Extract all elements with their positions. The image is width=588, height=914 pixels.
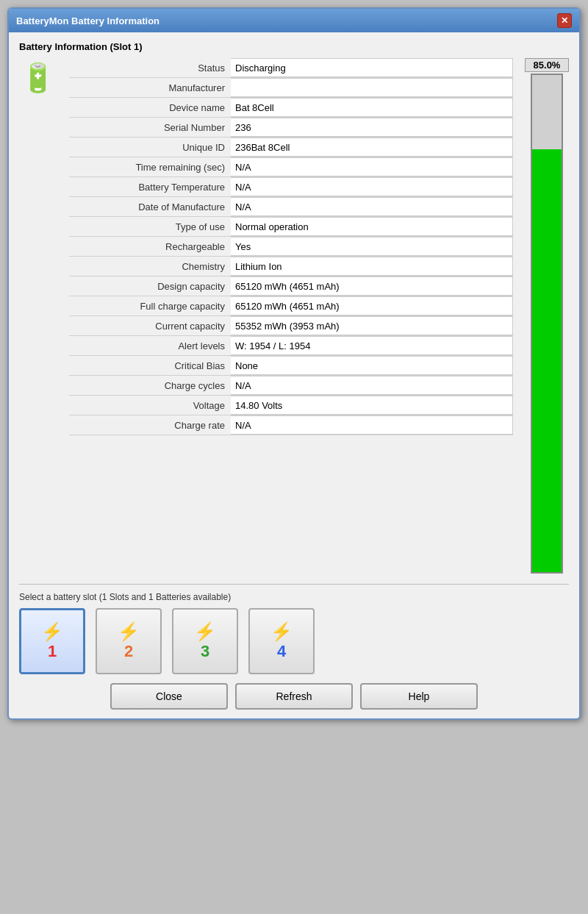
field-label: Full charge capacity <box>69 296 231 315</box>
field-value: 236Bat 8Cell <box>231 138 513 157</box>
field-value: W: 1954 / L: 1954 <box>231 336 513 355</box>
field-row: Design capacity65120 mWh (4651 mAh) <box>69 276 513 296</box>
field-value: Discharging <box>231 58 513 77</box>
field-value <box>231 78 513 97</box>
slot-button-3[interactable]: ⚡ 3 <box>172 608 238 674</box>
field-label: Voltage <box>69 396 231 415</box>
field-value: Bat 8Cell <box>231 98 513 117</box>
field-row: Unique ID236Bat 8Cell <box>69 138 513 157</box>
field-value: N/A <box>231 197 513 216</box>
field-value: 236 <box>231 118 513 137</box>
field-value: 14.80 Volts <box>231 396 513 415</box>
field-row: Full charge capacity65120 mWh (4651 mAh) <box>69 296 513 316</box>
field-label: Alert levels <box>69 336 231 355</box>
battery-icon-area: 🔋 <box>19 58 63 96</box>
field-value: 55352 mWh (3953 mAh) <box>231 316 513 335</box>
field-row: Critical BiasNone <box>69 356 513 376</box>
help-button[interactable]: Help <box>360 683 478 710</box>
field-row: Battery TemperatureN/A <box>69 177 513 197</box>
field-row: Device nameBat 8Cell <box>69 98 513 118</box>
field-row: RechargeableYes <box>69 237 513 257</box>
window-close-button[interactable]: ✕ <box>557 13 572 28</box>
battery-icon: 🔋 <box>19 60 56 96</box>
field-value: N/A <box>231 177 513 196</box>
field-row: Type of useNormal operation <box>69 217 513 237</box>
field-label: Serial Number <box>69 118 231 137</box>
field-value: Normal operation <box>231 217 513 236</box>
field-value: 65120 mWh (4651 mAh) <box>231 276 513 296</box>
field-row: StatusDischarging <box>69 58 513 78</box>
field-row: Manufacturer <box>69 78 513 98</box>
slot-buttons: ⚡ 1 ⚡ 2 ⚡ 3 ⚡ 4 <box>19 608 569 674</box>
field-label: Battery Temperature <box>69 177 231 196</box>
field-row: Current capacity55352 mWh (3953 mAh) <box>69 316 513 336</box>
field-label: Type of use <box>69 217 231 236</box>
field-value: N/A <box>231 157 513 176</box>
field-value: N/A <box>231 376 513 395</box>
content-area: Battery Information (Slot 1) 🔋 StatusDis… <box>9 32 579 718</box>
fields-area: StatusDischargingManufacturerDevice name… <box>69 58 513 435</box>
field-value: 65120 mWh (4651 mAh) <box>231 296 513 315</box>
field-label: Device name <box>69 98 231 117</box>
window-title: BatteryMon Battery Information <box>16 15 159 26</box>
field-label: Charge rate <box>69 415 231 435</box>
action-buttons: Close Refresh Help <box>19 683 569 710</box>
field-row: Alert levelsW: 1954 / L: 1954 <box>69 336 513 356</box>
field-label: Manufacturer <box>69 78 231 97</box>
slot-button-4[interactable]: ⚡ 4 <box>248 608 315 674</box>
field-row: ChemistryLithium Ion <box>69 257 513 276</box>
field-label: Charge cycles <box>69 376 231 395</box>
field-value: Yes <box>231 237 513 256</box>
gauge-bar-outer <box>531 74 563 574</box>
slot-button-2[interactable]: ⚡ 2 <box>96 608 162 674</box>
field-label: Chemistry <box>69 257 231 276</box>
slot-label: Select a battery slot (1 Slots and 1 Bat… <box>19 592 569 602</box>
gauge-percent: 85.0% <box>525 58 569 72</box>
section-title: Battery Information (Slot 1) <box>19 41 569 52</box>
field-label: Critical Bias <box>69 356 231 375</box>
gauge-bar-fill <box>532 149 562 572</box>
field-label: Date of Manufacture <box>69 197 231 216</box>
field-row: Voltage14.80 Volts <box>69 396 513 415</box>
field-label: Current capacity <box>69 316 231 335</box>
field-value: Lithium Ion <box>231 257 513 276</box>
field-label: Unique ID <box>69 138 231 157</box>
field-row: Charge cyclesN/A <box>69 376 513 396</box>
field-value: None <box>231 356 513 375</box>
battery-gauge: 85.0% <box>525 58 569 574</box>
field-label: Time remaining (sec) <box>69 157 231 176</box>
field-label: Rechargeable <box>69 237 231 256</box>
slot-button-1[interactable]: ⚡ 1 <box>19 608 85 674</box>
field-row: Charge rateN/A <box>69 415 513 435</box>
field-row: Time remaining (sec)N/A <box>69 157 513 177</box>
refresh-button[interactable]: Refresh <box>235 683 353 710</box>
field-label: Status <box>69 58 231 77</box>
fields-container: StatusDischargingManufacturerDevice name… <box>69 58 513 435</box>
field-label: Design capacity <box>69 276 231 296</box>
main-window: BatteryMon Battery Information ✕ Battery… <box>7 7 581 720</box>
field-value: N/A <box>231 415 513 435</box>
field-row: Serial Number236 <box>69 118 513 138</box>
titlebar: BatteryMon Battery Information ✕ <box>9 9 579 32</box>
close-button[interactable]: Close <box>110 683 228 710</box>
field-row: Date of ManufactureN/A <box>69 197 513 217</box>
slot-section: Select a battery slot (1 Slots and 1 Bat… <box>19 584 569 674</box>
